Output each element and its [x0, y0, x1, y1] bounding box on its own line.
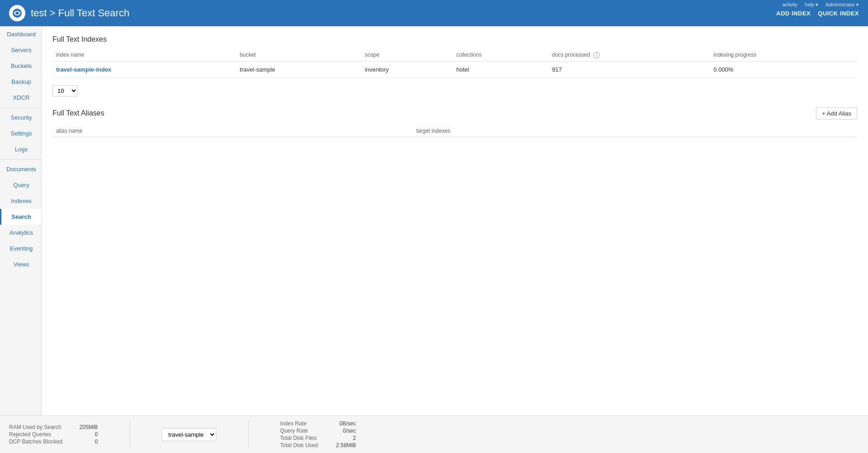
ram-stat-label: RAM Used by Search: [9, 424, 61, 430]
ram-stat-value: 205MiB: [79, 424, 98, 430]
query-rate-value: 0/sec: [343, 428, 356, 434]
sidebar: Dashboard Servers Buckets Backup XDCR Se…: [0, 26, 42, 415]
sidebar-item-analytics[interactable]: Analytics: [0, 225, 41, 241]
indexing-progress-cell: 0.000%: [710, 61, 857, 77]
help-link[interactable]: help ▾: [805, 2, 818, 8]
index-rate-value: 0B/sec: [339, 420, 356, 427]
docs-processed-info-icon[interactable]: i: [593, 52, 600, 58]
col-header-scope: scope: [361, 49, 453, 61]
col-header-indexing-progress: indexing progress: [710, 49, 857, 61]
header-left: test > Full Text Search: [9, 5, 129, 21]
sidebar-item-documents[interactable]: Documents: [0, 161, 41, 177]
full-text-indexes-title: Full Text Indexes: [52, 35, 857, 43]
footer-stat-query-rate: Query Rate 0/sec: [280, 428, 356, 434]
sidebar-item-indexes[interactable]: Indexes: [0, 193, 41, 209]
rejected-stat-label: Rejected Queries: [9, 431, 51, 438]
quick-index-button[interactable]: QUICK INDEX: [818, 10, 859, 17]
footer-stat-ram: RAM Used by Search 205MiB: [9, 424, 98, 430]
docs-processed-cell: 917: [548, 61, 710, 77]
sidebar-divider-1: [0, 107, 41, 108]
collections-cell: hotel: [453, 61, 548, 77]
col-header-docs-processed: docs processed i: [548, 49, 710, 61]
table-row: travel-sample-index travel-sample invent…: [52, 61, 857, 77]
header-top-links: activity help ▾ Administrator ▾: [782, 2, 859, 8]
add-index-button[interactable]: ADD INDEX: [776, 10, 811, 17]
indexes-table: index name bucket scope collections docs…: [52, 49, 857, 78]
footer-stat-disk-files: Total Disk Files 2: [280, 435, 356, 441]
sidebar-item-buckets[interactable]: Buckets: [0, 58, 41, 74]
scope-cell: inventory: [361, 61, 453, 77]
footer-divider: [129, 420, 130, 448]
activity-link[interactable]: activity: [782, 2, 798, 8]
query-rate-label: Query Rate: [280, 428, 308, 434]
administrator-link[interactable]: Administrator ▾: [825, 2, 859, 8]
disk-used-value: 2.58MiB: [336, 442, 356, 448]
footer-stat-index-rate: Index Rate 0B/sec: [280, 420, 356, 427]
dcp-stat-value: 0: [95, 439, 98, 445]
col-header-collections: collections: [453, 49, 548, 61]
pagination-select[interactable]: 10 25 50 100: [52, 85, 78, 96]
sidebar-item-servers[interactable]: Servers: [0, 42, 41, 58]
sidebar-item-logs[interactable]: Logs: [0, 141, 41, 157]
sidebar-item-query[interactable]: Query: [0, 177, 41, 193]
sidebar-item-search[interactable]: Search: [0, 209, 41, 225]
page-breadcrumb: test > Full Text Search: [31, 7, 129, 19]
footer-right-stats: Index Rate 0B/sec Query Rate 0/sec Total…: [280, 420, 356, 448]
col-header-bucket: bucket: [236, 49, 361, 61]
footer-left-stats: RAM Used by Search 205MiB Rejected Queri…: [9, 424, 98, 445]
dcp-stat-label: DCP Batches Blocked: [9, 439, 62, 445]
aliases-table: alias name target indexes: [52, 125, 857, 137]
sidebar-item-xdcr[interactable]: XDCR: [0, 90, 41, 106]
footer-bucket-select: travel-sample: [162, 428, 216, 441]
app-logo: [9, 5, 25, 21]
sidebar-item-views[interactable]: Views: [0, 256, 41, 272]
add-alias-button[interactable]: + Add Alias: [816, 107, 857, 120]
index-rate-label: Index Rate: [280, 420, 306, 427]
sidebar-item-backup[interactable]: Backup: [0, 74, 41, 90]
sidebar-item-security[interactable]: Security: [0, 110, 41, 125]
col-header-alias-name: alias name: [52, 125, 413, 137]
disk-files-label: Total Disk Files: [280, 435, 317, 441]
disk-used-label: Total Disk Used: [280, 442, 318, 448]
pagination-control: 10 25 50 100: [52, 85, 857, 96]
index-name-cell[interactable]: travel-sample-index: [52, 61, 236, 77]
aliases-header: Full Text Aliases + Add Alias: [52, 107, 857, 120]
layout: Dashboard Servers Buckets Backup XDCR Se…: [0, 26, 868, 415]
footer-divider-2: [248, 420, 248, 448]
full-text-aliases-title: Full Text Aliases: [52, 109, 104, 117]
disk-files-value: 2: [353, 435, 356, 441]
footer-stat-dcp: DCP Batches Blocked 0: [9, 439, 98, 445]
bucket-cell: travel-sample: [236, 61, 361, 77]
bucket-dropdown[interactable]: travel-sample: [162, 428, 216, 441]
svg-point-2: [15, 12, 19, 14]
header-actions: ADD INDEX QUICK INDEX: [776, 10, 859, 17]
sidebar-item-dashboard[interactable]: Dashboard: [0, 26, 41, 42]
sidebar-item-settings[interactable]: Settings: [0, 125, 41, 141]
rejected-stat-value: 0: [95, 431, 98, 438]
col-header-target-indexes: target indexes: [413, 125, 857, 137]
col-header-index-name: index name: [52, 49, 236, 61]
footer-stat-disk-used: Total Disk Used 2.58MiB: [280, 442, 356, 448]
sidebar-divider-2: [0, 159, 41, 159]
main-content: Full Text Indexes index name bucket scop…: [42, 26, 868, 415]
header: activity help ▾ Administrator ▾ test > F…: [0, 0, 868, 26]
footer-stat-rejected: Rejected Queries 0: [9, 431, 98, 438]
sidebar-item-eventing[interactable]: Eventing: [0, 241, 41, 256]
footer: RAM Used by Search 205MiB Rejected Queri…: [0, 415, 868, 453]
